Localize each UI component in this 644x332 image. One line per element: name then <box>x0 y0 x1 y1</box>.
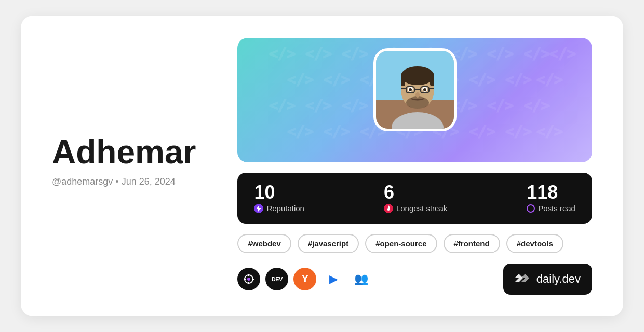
profile-banner: </> </> </> </> </> </> </> </> </> </> … <box>237 38 592 162</box>
streak-value: 6 <box>384 183 394 202</box>
reputation-label-text: Reputation <box>266 204 304 213</box>
svg-rect-39 <box>401 76 405 86</box>
svg-point-45 <box>423 88 426 91</box>
reputation-value: 10 <box>254 183 275 202</box>
svg-point-41 <box>406 96 429 109</box>
streak-label: Longest streak <box>384 204 447 213</box>
brand-text: daily.dev <box>536 272 581 286</box>
svg-text:</>: </> <box>524 45 551 62</box>
svg-text:</>: </> <box>488 45 514 62</box>
stat-divider-2 <box>487 185 487 211</box>
source-icons: DEV Y ▶ 👥 <box>237 268 372 290</box>
source-crosshair <box>237 268 260 290</box>
source-yc: Y <box>293 268 316 290</box>
svg-text:</>: </> <box>506 71 532 88</box>
svg-text:</>: </> <box>488 97 514 114</box>
brand-suffix: .dev <box>559 272 581 285</box>
svg-text:</>: </> <box>342 45 369 62</box>
svg-point-53 <box>247 278 250 281</box>
svg-text:</>: </> <box>270 97 296 114</box>
streak-icon <box>384 204 393 213</box>
svg-rect-40 <box>430 76 434 86</box>
svg-text:</>: </> <box>524 97 551 114</box>
svg-text:</>: </> <box>270 45 296 62</box>
svg-text:</>: </> <box>288 123 314 140</box>
svg-text:</>: </> <box>306 45 332 62</box>
stat-reputation: 10 Reputation <box>254 183 304 213</box>
tag-javascript[interactable]: #javascript <box>298 234 359 253</box>
avatar <box>373 48 457 131</box>
svg-text:</>: </> <box>550 45 576 62</box>
left-section: Adhemar @adhemarsgv • Jun 26, 2024 <box>52 134 196 198</box>
user-joined: Jun 26, 2024 <box>122 176 176 187</box>
svg-text:</>: </> <box>288 71 314 88</box>
svg-text:</>: </> <box>324 123 351 140</box>
user-handle: @adhemarsgv <box>52 176 113 187</box>
svg-text:</>: </> <box>306 97 332 114</box>
svg-text:</>: </> <box>342 97 369 114</box>
stats-bar: 10 Reputation 6 <box>237 173 592 224</box>
svg-text:</>: </> <box>324 71 351 88</box>
tag-frontend[interactable]: #frontend <box>444 234 500 253</box>
tag-webdev[interactable]: #webdev <box>237 234 291 253</box>
stat-divider-1 <box>344 185 344 211</box>
brand-badge: daily.dev <box>503 264 592 295</box>
bottom-row: DEV Y ▶ 👥 daily.dev <box>237 264 592 295</box>
reputation-icon <box>254 204 263 213</box>
source-dev: DEV <box>265 268 288 290</box>
user-name: Adhemar <box>52 134 196 170</box>
streak-label-text: Longest streak <box>396 204 447 213</box>
posts-label: Posts read <box>527 204 575 213</box>
reputation-label: Reputation <box>254 204 304 213</box>
svg-text:</>: </> <box>537 71 564 88</box>
user-join-separator: • <box>115 176 121 187</box>
divider <box>52 198 196 198</box>
source-google: ▶ <box>321 268 344 290</box>
posts-icon <box>527 204 535 213</box>
svg-text:</>: </> <box>469 71 496 88</box>
right-section: </> </> </> </> </> </> </> </> </> </> … <box>237 38 592 295</box>
svg-point-44 <box>409 88 412 91</box>
brand-logo-icon <box>515 271 531 287</box>
tag-opensource[interactable]: #open-source <box>365 234 437 253</box>
tag-devtools[interactable]: #devtools <box>506 234 564 253</box>
profile-card: Adhemar @adhemarsgv • Jun 26, 2024 </> <… <box>21 16 623 316</box>
tags-container: #webdev #javascript #open-source #fronte… <box>237 234 592 253</box>
svg-point-38 <box>401 66 434 85</box>
brand-name: daily <box>536 272 559 285</box>
posts-value: 118 <box>527 183 558 202</box>
user-meta: @adhemarsgv • Jun 26, 2024 <box>52 176 196 187</box>
svg-text:</>: </> <box>506 123 532 140</box>
svg-text:</>: </> <box>537 123 564 140</box>
svg-point-51 <box>415 92 420 98</box>
svg-text:</>: </> <box>469 123 496 140</box>
source-team: 👥 <box>350 268 372 290</box>
stat-posts: 118 Posts read <box>527 183 575 213</box>
posts-label-text: Posts read <box>538 204 575 213</box>
stat-streak: 6 Longest streak <box>384 183 447 213</box>
